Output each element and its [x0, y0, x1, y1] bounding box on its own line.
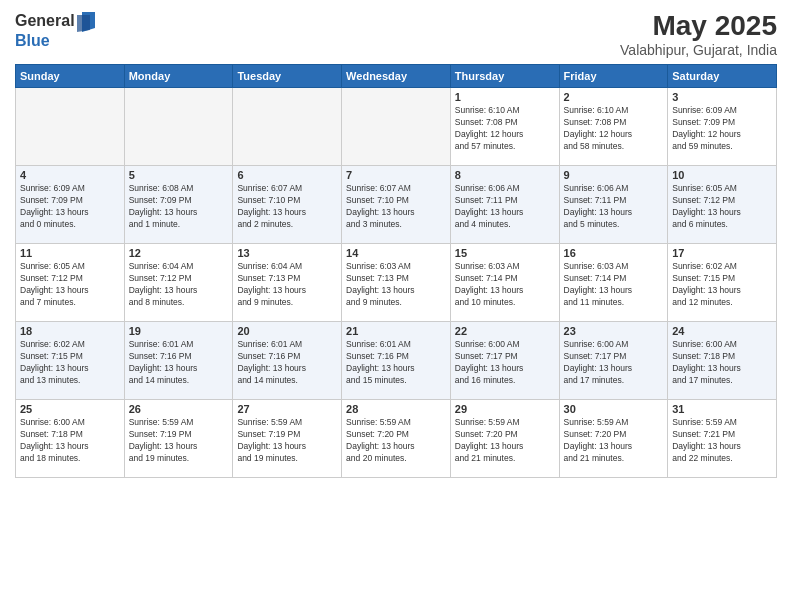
- table-row: 31Sunrise: 5:59 AM Sunset: 7:21 PM Dayli…: [668, 400, 777, 478]
- day-number: 31: [672, 403, 772, 415]
- day-number: 1: [455, 91, 555, 103]
- table-row: 5Sunrise: 6:08 AM Sunset: 7:09 PM Daylig…: [124, 166, 233, 244]
- day-info: Sunrise: 6:04 AM Sunset: 7:12 PM Dayligh…: [129, 261, 229, 309]
- day-number: 5: [129, 169, 229, 181]
- calendar-week-row: 25Sunrise: 6:00 AM Sunset: 7:18 PM Dayli…: [16, 400, 777, 478]
- day-number: 10: [672, 169, 772, 181]
- table-row: 11Sunrise: 6:05 AM Sunset: 7:12 PM Dayli…: [16, 244, 125, 322]
- calendar-table: Sunday Monday Tuesday Wednesday Thursday…: [15, 64, 777, 478]
- table-row: [233, 88, 342, 166]
- day-info: Sunrise: 6:05 AM Sunset: 7:12 PM Dayligh…: [20, 261, 120, 309]
- day-info: Sunrise: 6:01 AM Sunset: 7:16 PM Dayligh…: [346, 339, 446, 387]
- header-monday: Monday: [124, 65, 233, 88]
- day-info: Sunrise: 6:01 AM Sunset: 7:16 PM Dayligh…: [129, 339, 229, 387]
- location-subtitle: Valabhipur, Gujarat, India: [620, 42, 777, 58]
- day-info: Sunrise: 6:07 AM Sunset: 7:10 PM Dayligh…: [346, 183, 446, 231]
- day-info: Sunrise: 6:00 AM Sunset: 7:17 PM Dayligh…: [455, 339, 555, 387]
- day-number: 19: [129, 325, 229, 337]
- calendar-week-row: 18Sunrise: 6:02 AM Sunset: 7:15 PM Dayli…: [16, 322, 777, 400]
- day-info: Sunrise: 6:09 AM Sunset: 7:09 PM Dayligh…: [20, 183, 120, 231]
- header-saturday: Saturday: [668, 65, 777, 88]
- page-container: General Blue May 2025 Valabhipur, Gujara…: [0, 0, 792, 488]
- day-number: 21: [346, 325, 446, 337]
- day-info: Sunrise: 5:59 AM Sunset: 7:21 PM Dayligh…: [672, 417, 772, 465]
- day-number: 14: [346, 247, 446, 259]
- day-number: 3: [672, 91, 772, 103]
- day-number: 30: [564, 403, 664, 415]
- header-tuesday: Tuesday: [233, 65, 342, 88]
- day-number: 15: [455, 247, 555, 259]
- day-info: Sunrise: 5:59 AM Sunset: 7:20 PM Dayligh…: [346, 417, 446, 465]
- table-row: 22Sunrise: 6:00 AM Sunset: 7:17 PM Dayli…: [450, 322, 559, 400]
- day-info: Sunrise: 6:00 AM Sunset: 7:17 PM Dayligh…: [564, 339, 664, 387]
- header: General Blue May 2025 Valabhipur, Gujara…: [15, 10, 777, 58]
- table-row: 8Sunrise: 6:06 AM Sunset: 7:11 PM Daylig…: [450, 166, 559, 244]
- day-info: Sunrise: 6:08 AM Sunset: 7:09 PM Dayligh…: [129, 183, 229, 231]
- day-number: 11: [20, 247, 120, 259]
- table-row: 26Sunrise: 5:59 AM Sunset: 7:19 PM Dayli…: [124, 400, 233, 478]
- day-info: Sunrise: 6:04 AM Sunset: 7:13 PM Dayligh…: [237, 261, 337, 309]
- logo: General Blue: [15, 10, 95, 50]
- day-number: 8: [455, 169, 555, 181]
- day-info: Sunrise: 6:00 AM Sunset: 7:18 PM Dayligh…: [20, 417, 120, 465]
- logo-blue: Blue: [15, 32, 95, 50]
- month-year-title: May 2025: [620, 10, 777, 42]
- table-row: 28Sunrise: 5:59 AM Sunset: 7:20 PM Dayli…: [342, 400, 451, 478]
- day-number: 29: [455, 403, 555, 415]
- day-info: Sunrise: 6:03 AM Sunset: 7:14 PM Dayligh…: [455, 261, 555, 309]
- logo-text: General Blue: [15, 10, 95, 50]
- day-number: 26: [129, 403, 229, 415]
- day-number: 7: [346, 169, 446, 181]
- table-row: 27Sunrise: 5:59 AM Sunset: 7:19 PM Dayli…: [233, 400, 342, 478]
- day-info: Sunrise: 5:59 AM Sunset: 7:20 PM Dayligh…: [564, 417, 664, 465]
- day-info: Sunrise: 5:59 AM Sunset: 7:19 PM Dayligh…: [129, 417, 229, 465]
- title-block: May 2025 Valabhipur, Gujarat, India: [620, 10, 777, 58]
- table-row: 24Sunrise: 6:00 AM Sunset: 7:18 PM Dayli…: [668, 322, 777, 400]
- day-number: 20: [237, 325, 337, 337]
- day-number: 27: [237, 403, 337, 415]
- day-info: Sunrise: 6:09 AM Sunset: 7:09 PM Dayligh…: [672, 105, 772, 153]
- table-row: 19Sunrise: 6:01 AM Sunset: 7:16 PM Dayli…: [124, 322, 233, 400]
- table-row: 29Sunrise: 5:59 AM Sunset: 7:20 PM Dayli…: [450, 400, 559, 478]
- table-row: [124, 88, 233, 166]
- table-row: 20Sunrise: 6:01 AM Sunset: 7:16 PM Dayli…: [233, 322, 342, 400]
- table-row: 4Sunrise: 6:09 AM Sunset: 7:09 PM Daylig…: [16, 166, 125, 244]
- day-info: Sunrise: 6:02 AM Sunset: 7:15 PM Dayligh…: [20, 339, 120, 387]
- day-number: 24: [672, 325, 772, 337]
- svg-marker-1: [77, 15, 90, 32]
- table-row: 7Sunrise: 6:07 AM Sunset: 7:10 PM Daylig…: [342, 166, 451, 244]
- day-number: 17: [672, 247, 772, 259]
- table-row: 14Sunrise: 6:03 AM Sunset: 7:13 PM Dayli…: [342, 244, 451, 322]
- day-number: 18: [20, 325, 120, 337]
- day-number: 9: [564, 169, 664, 181]
- day-info: Sunrise: 6:06 AM Sunset: 7:11 PM Dayligh…: [455, 183, 555, 231]
- day-info: Sunrise: 5:59 AM Sunset: 7:20 PM Dayligh…: [455, 417, 555, 465]
- weekday-header-row: Sunday Monday Tuesday Wednesday Thursday…: [16, 65, 777, 88]
- calendar-week-row: 11Sunrise: 6:05 AM Sunset: 7:12 PM Dayli…: [16, 244, 777, 322]
- day-info: Sunrise: 6:03 AM Sunset: 7:13 PM Dayligh…: [346, 261, 446, 309]
- day-info: Sunrise: 6:01 AM Sunset: 7:16 PM Dayligh…: [237, 339, 337, 387]
- table-row: 30Sunrise: 5:59 AM Sunset: 7:20 PM Dayli…: [559, 400, 668, 478]
- table-row: 15Sunrise: 6:03 AM Sunset: 7:14 PM Dayli…: [450, 244, 559, 322]
- day-info: Sunrise: 6:07 AM Sunset: 7:10 PM Dayligh…: [237, 183, 337, 231]
- day-info: Sunrise: 6:06 AM Sunset: 7:11 PM Dayligh…: [564, 183, 664, 231]
- day-info: Sunrise: 6:02 AM Sunset: 7:15 PM Dayligh…: [672, 261, 772, 309]
- header-friday: Friday: [559, 65, 668, 88]
- table-row: 12Sunrise: 6:04 AM Sunset: 7:12 PM Dayli…: [124, 244, 233, 322]
- table-row: 2Sunrise: 6:10 AM Sunset: 7:08 PM Daylig…: [559, 88, 668, 166]
- logo-general: General: [15, 12, 75, 30]
- table-row: [342, 88, 451, 166]
- header-wednesday: Wednesday: [342, 65, 451, 88]
- table-row: 9Sunrise: 6:06 AM Sunset: 7:11 PM Daylig…: [559, 166, 668, 244]
- table-row: 17Sunrise: 6:02 AM Sunset: 7:15 PM Dayli…: [668, 244, 777, 322]
- day-info: Sunrise: 5:59 AM Sunset: 7:19 PM Dayligh…: [237, 417, 337, 465]
- day-info: Sunrise: 6:00 AM Sunset: 7:18 PM Dayligh…: [672, 339, 772, 387]
- day-number: 12: [129, 247, 229, 259]
- day-number: 16: [564, 247, 664, 259]
- table-row: 10Sunrise: 6:05 AM Sunset: 7:12 PM Dayli…: [668, 166, 777, 244]
- header-thursday: Thursday: [450, 65, 559, 88]
- table-row: 13Sunrise: 6:04 AM Sunset: 7:13 PM Dayli…: [233, 244, 342, 322]
- table-row: [16, 88, 125, 166]
- day-info: Sunrise: 6:10 AM Sunset: 7:08 PM Dayligh…: [564, 105, 664, 153]
- day-info: Sunrise: 6:10 AM Sunset: 7:08 PM Dayligh…: [455, 105, 555, 153]
